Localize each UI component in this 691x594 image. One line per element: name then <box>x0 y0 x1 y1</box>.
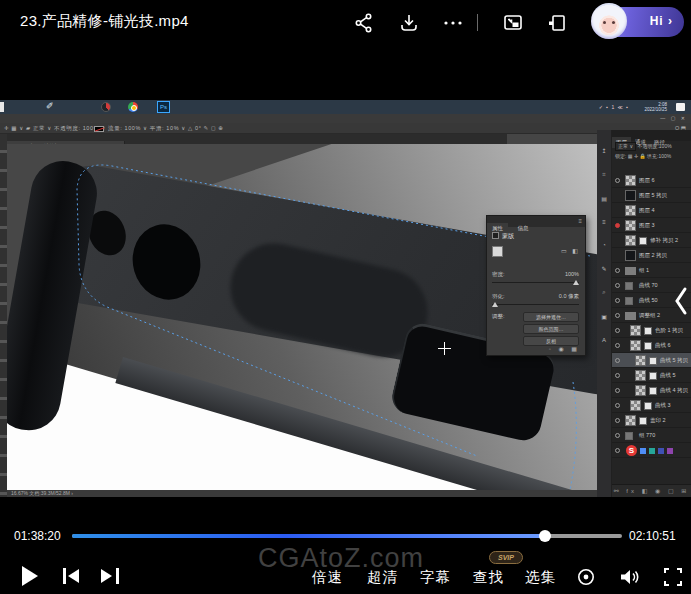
previous-button[interactable] <box>63 568 81 584</box>
lock-icons: 锁定: ▦ ✛ 🔒 <box>615 153 646 159</box>
feather-value: 0.0 像素 <box>559 293 579 300</box>
panel-menu-icon: ≡ <box>578 216 582 227</box>
desktop-taskbar: ✐ Ps ✓ ▪ 1 ≪ ▪ 2:082022/10/25 <box>0 100 691 114</box>
layer-thumbnail <box>635 385 646 396</box>
more-icon <box>442 12 464 34</box>
picture-in-picture-button[interactable] <box>502 12 524 34</box>
layer-visibility-eye <box>615 358 620 363</box>
layer-visibility-eye <box>615 343 620 348</box>
panel-footer-icons: ◦ ◉ ▦ <box>549 345 580 352</box>
current-time: 01:38:20 <box>14 529 61 543</box>
tray-icon <box>667 448 673 454</box>
download-button[interactable] <box>398 12 420 34</box>
episodes-button[interactable]: 选集 <box>525 568 556 587</box>
playlist-toggle-chevron[interactable] <box>673 286 689 316</box>
share-button[interactable] <box>353 12 375 34</box>
quality-button[interactable]: 超清 <box>367 568 398 587</box>
progress-bar[interactable] <box>72 534 622 538</box>
layer-thumbnail <box>630 400 641 411</box>
layer-visibility-eye <box>615 223 620 228</box>
speed-button[interactable]: 倍速 <box>312 568 343 587</box>
progress-thumb[interactable] <box>539 530 551 542</box>
video-frame[interactable]: ✐ Ps ✓ ▪ 1 ≪ ▪ 2:082022/10/25 文件编辑图像图层文字… <box>0 100 691 497</box>
layer-thumbnail <box>625 175 636 186</box>
total-time: 02:10:51 <box>629 529 676 543</box>
photoshop-options-bar: ✛ ▦ ∨ ▰ 正常 ∨ 不透明度: 100% ∨ 流量: 100% ∨ 平滑:… <box>0 123 691 134</box>
volume-button[interactable] <box>618 567 641 587</box>
svip-badge: SVIP <box>489 551 523 564</box>
find-button[interactable]: 查找 <box>473 568 504 587</box>
layer-name: 图层 5 拷贝 <box>639 192 667 199</box>
taskbar-clock: 2:082022/10/25 <box>644 102 667 112</box>
layer-thumbnail <box>625 282 633 290</box>
chevron-left-icon <box>673 286 689 316</box>
app-icon-red <box>101 102 111 112</box>
layer-thumbnail <box>625 432 633 440</box>
layer-mask-thumbnail <box>644 342 652 350</box>
layer-thumbnail <box>625 267 636 275</box>
layer-thumbnail <box>635 355 646 366</box>
top-bar: 23.产品精修-铺光技.mp4 <box>0 0 691 44</box>
properties-button: 颜色范围… <box>523 324 579 334</box>
progress-fill <box>72 534 545 538</box>
layer-visibility-eye <box>615 403 620 408</box>
layer-visibility-eye <box>615 178 620 183</box>
adjust-label: 调整: <box>492 313 505 320</box>
notification-icon <box>676 103 685 111</box>
tray-icon <box>649 448 655 454</box>
layer-thumbnail <box>630 325 641 336</box>
fullscreen-button[interactable] <box>663 567 683 587</box>
layer-visibility-eye <box>615 448 620 453</box>
feather-slider-thumb <box>492 302 498 307</box>
layer-name: 曲线 3 <box>655 402 671 409</box>
layer-name: 曲线 6 <box>655 342 671 349</box>
feather-slider <box>492 304 579 305</box>
fill-value: 填充:100% <box>647 153 671 159</box>
layer-name: 组 1 <box>639 267 649 274</box>
layer-thumbnail <box>625 312 636 320</box>
dock-panel-icon: ⌗ <box>597 171 611 178</box>
photoshop-status-bar: 16.67% 文档:39.3M/52.8M › <box>7 490 597 497</box>
play-button[interactable] <box>22 566 38 586</box>
dock-panel-icon: ▣ <box>597 313 611 320</box>
window-icon <box>0 102 4 112</box>
tray-icon <box>658 448 664 454</box>
next-button[interactable] <box>101 568 119 584</box>
dock-panel-icon: ◔ <box>597 242 611 248</box>
layer-thumbnail <box>625 297 633 305</box>
layer-thumbnail <box>625 190 636 201</box>
layer-row: 修补 拷贝 2 <box>612 233 691 248</box>
video-title: 23.产品精修-铺光技.mp4 <box>20 12 189 31</box>
status-text: 16.67% 文档:39.3M/52.8M › <box>7 490 597 497</box>
account-pill[interactable]: Hi › <box>593 7 684 37</box>
share-icon <box>353 12 375 34</box>
layer-row: 曲线 3 <box>612 398 691 413</box>
layers-panel-tabs: 图层通道路径 <box>612 130 691 141</box>
layer-visibility-eye <box>615 328 620 333</box>
layer-row: 盖印 2 <box>612 413 691 428</box>
collapsed-panel-strip: ↥⌗▤≡◔✎⌕▣A <box>597 130 612 497</box>
layer-row: 组 1 <box>612 263 691 278</box>
layer-mask-thumbnail <box>644 402 652 410</box>
cast-button[interactable] <box>576 567 596 587</box>
layer-name: 图层 6 <box>639 177 655 184</box>
previous-icon <box>63 568 66 584</box>
layer-row: 曲线 5 <box>612 368 691 383</box>
layer-mask-thumbnail <box>649 387 657 395</box>
layer-row: 组 770 <box>612 428 691 443</box>
avatar <box>591 3 627 39</box>
mini-window-button[interactable] <box>546 12 568 34</box>
properties-panel-header: 属性 信息 ≡ <box>487 216 585 227</box>
density-label: 密度: <box>492 271 505 278</box>
properties-button: 选择并遮住… <box>523 312 579 322</box>
layer-row: 色阶 1 拷贝 <box>612 323 691 338</box>
tray-logo: S <box>626 445 637 456</box>
layer-list: 图层 6图层 5 拷贝图层 4图层 3修补 拷贝 2图层 2 拷贝组 1曲线 7… <box>612 173 691 483</box>
download-icon <box>398 12 420 34</box>
dock-panel-icon: ⌕ <box>597 289 611 296</box>
layer-name: 盖印 2 <box>650 417 666 424</box>
layer-name: 图层 3 <box>639 222 655 229</box>
more-button[interactable] <box>442 12 464 34</box>
layer-thumbnail <box>625 415 636 426</box>
subtitles-button[interactable]: 字幕 <box>420 568 451 587</box>
